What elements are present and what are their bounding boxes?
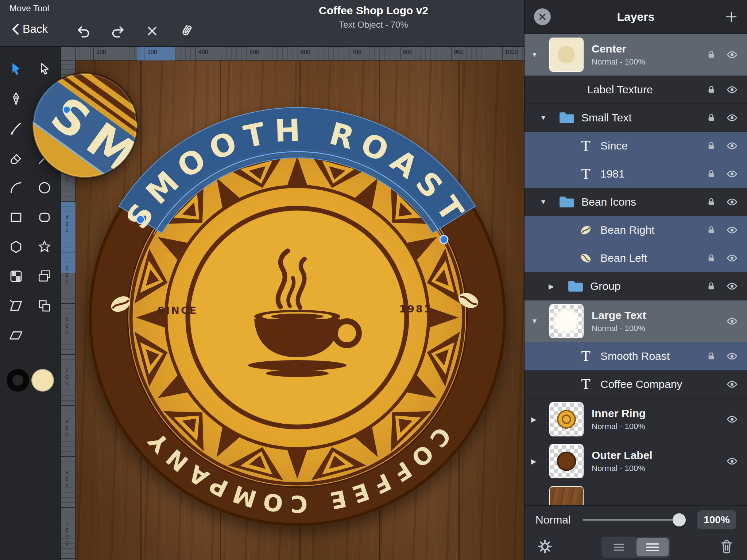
disclosure-down-icon[interactable]: ▼ [540,198,558,206]
eraser-tool-icon[interactable] [6,148,26,168]
selection-handle-left[interactable] [136,215,144,223]
star-tool-icon[interactable] [35,237,54,257]
blend-mode-selector[interactable]: Normal [535,514,571,526]
disclosure-down-icon[interactable]: ▼ [540,114,558,122]
layer-row-bean-right[interactable]: Bean Right [525,216,747,244]
delete-selection-icon[interactable] [144,23,160,39]
detailed-list-view-icon[interactable] [636,538,669,556]
magnifier-loupe[interactable]: SM [31,72,139,179]
close-panel-button[interactable] [534,8,551,25]
brush-tool-icon[interactable] [6,119,26,139]
visibility-eye-icon[interactable] [727,379,738,390]
opacity-slider[interactable] [582,512,686,528]
layer-thumbnail[interactable] [549,402,584,436]
visibility-eye-icon[interactable] [727,414,738,425]
lock-icon[interactable] [706,197,716,207]
visibility-eye-icon[interactable] [727,84,738,95]
visibility-eye-icon[interactable] [727,281,738,292]
parallelogram-tool-icon[interactable] [6,326,26,345]
layer-row-outer-label[interactable]: ▶Outer LabelNormal - 100% [525,440,747,482]
disclosure-down-icon[interactable]: ▼ [531,317,549,325]
lock-icon[interactable] [706,85,716,95]
fill-color-well[interactable] [31,369,54,392]
rectangle-tool-icon[interactable] [6,207,26,227]
pen-tool-icon[interactable] [6,89,26,109]
disclosure-right-icon[interactable]: ▶ [531,457,549,466]
stroke-color-well[interactable] [7,369,29,392]
layer-name: Since [600,140,706,152]
image-stack-icon[interactable] [35,267,54,286]
ruler-left-label: 500 [64,265,70,285]
visibility-eye-icon[interactable] [727,112,738,123]
settings-gear-icon[interactable] [537,538,553,556]
layer-name: Large Text [592,309,727,322]
layer-row-coffee-company[interactable]: TCoffee Company [525,370,747,398]
visibility-eye-icon[interactable] [727,140,738,151]
disclosure-right-icon[interactable]: ▶ [549,282,567,291]
move-tool-icon[interactable] [6,60,26,79]
visibility-eye-icon[interactable] [727,197,738,207]
arc-tool-icon[interactable] [6,178,26,198]
text-layer-icon: T [577,138,595,154]
app-window: Move Tool Back Coffee Shop Logo v2 Text … [0,0,747,560]
lock-icon[interactable] [706,113,716,123]
layer-thumbnail[interactable] [549,486,584,505]
layer-row[interactable] [525,482,747,505]
rounded-rectangle-tool-icon[interactable] [35,207,54,227]
year-label[interactable]: 1981 [399,303,432,315]
compact-list-view-icon[interactable] [603,538,635,556]
disclosure-right-icon[interactable]: ▶ [531,415,549,424]
layer-row-center[interactable]: ▼CenterNormal - 100% [525,34,747,76]
ruler-selection-highlight-y [61,202,76,273]
pattern-tile-icon[interactable] [6,267,26,286]
layer-thumbnail[interactable] [549,444,584,478]
visibility-eye-icon[interactable] [727,316,738,327]
layer-row-smooth-roast[interactable]: TSmooth Roast [525,342,747,370]
layer-row-label-texture[interactable]: Label Texture [525,76,747,104]
artboard-tool-icon[interactable] [35,296,54,316]
visibility-eye-icon[interactable] [727,225,738,236]
polygon-tool-icon[interactable] [6,237,26,257]
add-layer-button[interactable] [725,11,738,23]
attachment-paperclip-icon[interactable] [178,23,195,39]
visibility-eye-icon[interactable] [727,351,738,362]
opacity-slider-knob[interactable] [673,513,686,526]
selection-handle-right[interactable] [440,236,448,244]
layer-name: Bean Right [600,224,706,236]
top-toolbar: Move Tool Back Coffee Shop Logo v2 Text … [0,0,524,47]
layer-row-since[interactable]: TSince [525,132,747,160]
lock-icon[interactable] [706,351,716,361]
undo-icon[interactable] [75,23,92,39]
layer-row-small-text[interactable]: ▼Small Text [525,104,747,132]
visibility-eye-icon[interactable] [727,456,738,467]
lock-icon[interactable] [706,141,716,151]
list-view-toggle[interactable] [601,537,670,558]
ruler-top-label: 700 [352,49,361,55]
layer-row-bean-icons[interactable]: ▼Bean Icons [525,188,747,216]
visibility-eye-icon[interactable] [727,253,738,264]
layer-thumbnail[interactable] [549,304,584,338]
lock-icon[interactable] [706,225,716,235]
lock-icon[interactable] [706,169,716,179]
layer-row-inner-ring[interactable]: ▶Inner RingNormal - 100% [525,398,747,440]
redo-icon[interactable] [109,23,126,39]
disclosure-down-icon[interactable]: ▼ [531,51,549,59]
layer-row-large-text[interactable]: ▼Large TextNormal - 100% [525,300,747,342]
lock-icon[interactable] [706,50,716,60]
visibility-eye-icon[interactable] [727,168,738,179]
lock-icon[interactable] [706,281,716,291]
trash-icon[interactable] [719,538,735,556]
skew-tool-icon[interactable] [6,296,26,316]
visibility-eye-icon[interactable] [727,49,738,60]
layer-row-group[interactable]: ▶Group [525,272,747,300]
chevron-left-icon [11,23,20,35]
layer-row-bean-left[interactable]: Bean Left [525,244,747,272]
close-icon [538,13,546,21]
since-label[interactable]: SINCE [158,305,198,316]
selection-info-subtitle: Text Object - 70% [246,20,501,30]
lock-icon[interactable] [706,253,716,263]
layer-thumbnail[interactable] [549,38,584,72]
layer-row-1981[interactable]: T1981 [525,160,747,188]
ellipse-tool-icon[interactable] [35,178,54,198]
back-button[interactable]: Back [11,23,48,36]
